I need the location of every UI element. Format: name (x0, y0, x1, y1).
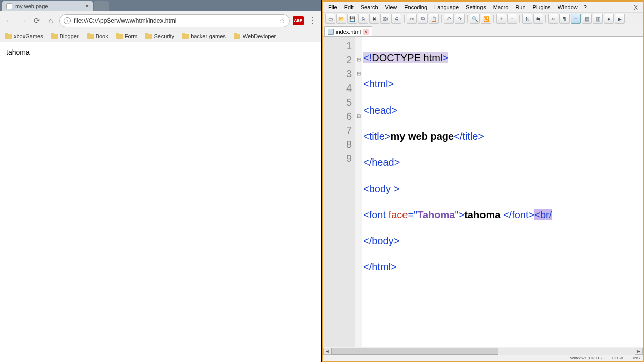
back-button[interactable]: ← (3, 15, 14, 26)
new-file-icon[interactable]: ▭ (325, 14, 335, 24)
editor-tabbar: index.html × (323, 25, 643, 36)
editor-tab-label: index.html (336, 29, 361, 35)
status-encoding: UTF-8 (612, 356, 623, 360)
bookmarks-bar: xboxGames Blogger Book Form Security hac… (0, 30, 321, 42)
record-macro-icon[interactable]: ● (604, 14, 614, 24)
folder-icon (145, 34, 152, 39)
file-icon (328, 29, 334, 35)
menu-plugins[interactable]: Plugins (530, 3, 554, 11)
url-text: file:///C:/AppServ/www/html/index.html (74, 17, 176, 24)
fold-gutter: ⊟ ⊟ ⊟ (355, 37, 362, 347)
bookmark-item[interactable]: Book (85, 32, 110, 40)
reload-button[interactable]: ⟳ (31, 15, 42, 26)
toolbar-separator (545, 15, 546, 23)
address-bar[interactable]: i file:///C:/AppServ/www/html/index.html… (59, 14, 290, 27)
wordwrap-icon[interactable]: ↩ (548, 14, 558, 24)
cut-icon[interactable]: ✂ (407, 14, 417, 24)
toolbar-separator (404, 15, 405, 23)
copy-icon[interactable]: ⧉ (418, 14, 428, 24)
undo-icon[interactable]: ↶ (444, 14, 454, 24)
browser-window: my web page × ← → ⟳ ⌂ i file:///C:/AppSe… (0, 0, 322, 362)
scroll-left-icon[interactable]: ◄ (323, 348, 331, 355)
folder-as-workspace-icon[interactable]: ▤ (582, 14, 592, 24)
menu-settings[interactable]: Settings (463, 3, 489, 11)
doc-map-icon[interactable]: ▥ (593, 14, 603, 24)
horizontal-scrollbar[interactable]: ◄ ► (323, 347, 643, 355)
line-number-gutter: 1 2 3 4 5 6 7 8 9 (323, 37, 355, 347)
folder-icon (51, 34, 58, 39)
menu-encoding[interactable]: Encoding (401, 3, 430, 11)
menu-bar: File Edit Search View Encoding Language … (323, 2, 643, 12)
rendered-text: tahoma (6, 48, 30, 56)
zoom-out-icon[interactable]: － (507, 14, 517, 24)
zoom-in-icon[interactable]: ＋ (496, 14, 506, 24)
close-all-icon[interactable]: ⨷ (380, 14, 390, 24)
toolbar-separator (519, 15, 520, 23)
show-all-chars-icon[interactable]: ¶ (559, 14, 570, 24)
find-icon[interactable]: 🔍 (470, 14, 480, 24)
tab-close-icon[interactable]: × (85, 3, 89, 10)
browser-toolbar: ← → ⟳ ⌂ i file:///C:/AppServ/www/html/in… (0, 11, 321, 30)
print-icon[interactable]: 🖨 (391, 14, 401, 24)
bookmark-item[interactable]: Security (143, 32, 176, 40)
replace-icon[interactable]: 🔁 (481, 14, 491, 24)
toolbar-separator (441, 15, 442, 23)
status-eol: Windows (CR LF) (570, 356, 602, 360)
tab-favicon (6, 3, 12, 9)
menu-run[interactable]: Run (512, 3, 528, 11)
bookmark-item[interactable]: WebDevloper (232, 32, 278, 40)
menu-macro[interactable]: Macro (490, 3, 512, 11)
menu-window[interactable]: Window (555, 3, 581, 11)
browser-menu-button[interactable]: ⋮ (307, 15, 318, 26)
toolbar: ▭ 📂 💾 ⎘ ✖ ⨷ 🖨 ✂ ⧉ 📋 ↶ ↷ 🔍 🔁 ＋ － ⇅ ⇆ ↩ (323, 12, 643, 25)
save-icon[interactable]: 💾 (347, 14, 357, 24)
scroll-right-icon[interactable]: ► (635, 348, 643, 355)
play-macro-icon[interactable]: ▶ (615, 14, 625, 24)
indent-guide-icon[interactable]: ≡ (571, 14, 581, 24)
sync-h-icon[interactable]: ⇆ (533, 14, 543, 24)
menu-view[interactable]: View (382, 3, 400, 11)
menu-help[interactable]: ? (582, 3, 589, 11)
scrollbar-track[interactable] (331, 348, 635, 355)
status-bar: Windows (CR LF) UTF-8 INS (323, 355, 643, 361)
tab-close-icon[interactable]: × (363, 29, 369, 35)
paste-icon[interactable]: 📋 (429, 14, 439, 24)
menu-file[interactable]: File (325, 3, 340, 11)
toolbar-separator (467, 15, 468, 23)
save-all-icon[interactable]: ⎘ (358, 14, 368, 24)
bookmark-item[interactable]: xboxGames (3, 32, 45, 40)
browser-tabstrip: my web page × (0, 0, 321, 11)
editor-window: X File Edit Search View Encoding Languag… (322, 0, 644, 362)
status-insert: INS (633, 356, 640, 360)
folder-icon (5, 34, 12, 39)
folder-icon (87, 34, 94, 39)
adblock-badge[interactable]: ABP (293, 16, 304, 25)
new-tab-button[interactable] (94, 1, 109, 11)
site-info-icon[interactable]: i (64, 17, 71, 24)
bookmark-item[interactable]: Form (114, 32, 140, 40)
bookmark-item[interactable]: Blogger (49, 32, 81, 40)
redo-icon[interactable]: ↷ (455, 14, 465, 24)
window-close-button[interactable]: X (632, 4, 640, 12)
editor-body: 1 2 3 4 5 6 7 8 9 ⊟ ⊟ ⊟ <!DOCT (323, 36, 643, 347)
bookmark-item[interactable]: hacker-games (180, 32, 228, 40)
toolbar-separator (493, 15, 494, 23)
page-content: tahoma (0, 42, 321, 362)
home-button[interactable]: ⌂ (45, 15, 56, 26)
menu-search[interactable]: Search (358, 3, 381, 11)
tab-title: my web page (15, 3, 48, 9)
sync-v-icon[interactable]: ⇅ (522, 14, 532, 24)
menu-edit[interactable]: Edit (341, 3, 357, 11)
forward-button[interactable]: → (17, 15, 28, 26)
folder-icon (182, 34, 189, 39)
browser-tab[interactable]: my web page × (2, 1, 93, 11)
folder-icon (116, 34, 123, 39)
bookmark-star-icon[interactable]: ☆ (279, 17, 285, 24)
scrollbar-thumb[interactable] (331, 348, 498, 355)
open-file-icon[interactable]: 📂 (336, 14, 346, 24)
menu-language[interactable]: Language (431, 3, 462, 11)
close-file-icon[interactable]: ✖ (369, 14, 379, 24)
editor-tab[interactable]: index.html × (324, 26, 372, 36)
code-area[interactable]: <!DOCTYPE html> <html> <head> <title>my … (362, 37, 643, 347)
folder-icon (234, 34, 240, 39)
